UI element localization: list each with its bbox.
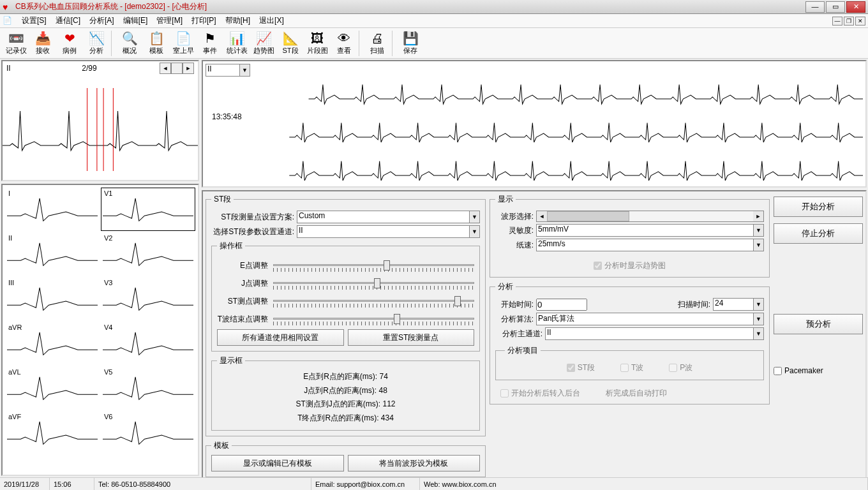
menu-settings[interactable]: 设置[S] — [18, 14, 50, 27]
viewer-lead-select[interactable]: II ▼ — [206, 64, 250, 77]
tool-事件[interactable]: ⚑事件 — [197, 29, 223, 57]
start-time-input[interactable] — [536, 299, 587, 311]
病例-icon: ❤ — [62, 31, 77, 46]
scroll-left-icon[interactable]: ◄ — [537, 211, 547, 221]
preview-blank-button[interactable] — [171, 63, 183, 74]
lead-cell-V5[interactable]: V5 — [101, 366, 195, 410]
lead-cell-aVR[interactable]: aVR — [5, 322, 100, 365]
viewer-timestamp: 13:35:48 — [212, 112, 242, 121]
menu-exit[interactable]: 退出[X] — [255, 14, 288, 27]
dropdown-icon[interactable]: ▼ — [469, 211, 479, 223]
t-end-adjust-slider[interactable] — [273, 311, 474, 327]
scheme-select[interactable]: Custom ▼ — [297, 211, 480, 223]
set-template-button[interactable]: 将当前波形设为模板 — [348, 455, 481, 471]
display-panel-legend: 显示 — [495, 194, 516, 205]
ecg-viewer-panel: II ▼ 13:35:48 — [202, 60, 867, 188]
dropdown-icon[interactable]: ▼ — [753, 328, 763, 339]
menu-help[interactable]: 帮助[H] — [221, 14, 254, 27]
tool-记录仪[interactable]: 📼记录仪 — [3, 29, 29, 57]
waveform-scrollbar[interactable]: ◄ ► — [536, 211, 764, 222]
dropdown-icon[interactable]: ▼ — [469, 226, 479, 237]
pacemaker-input[interactable] — [774, 367, 782, 375]
lead-cell-II[interactable]: II — [5, 232, 100, 276]
pre-analysis-button[interactable]: 预分析 — [774, 314, 863, 334]
dropdown-icon[interactable]: ▼ — [753, 313, 763, 325]
operation-fieldset: 操作框 E点调整 J点调整 ST测点调整 — [211, 241, 480, 352]
lead-cell-V3[interactable]: V3 — [101, 277, 195, 320]
tool-接收[interactable]: 📥接收 — [29, 29, 56, 57]
tool-病例[interactable]: ❤病例 — [56, 29, 83, 57]
preview-ecg-strip[interactable] — [3, 75, 198, 177]
j-adjust-slider[interactable] — [273, 276, 474, 291]
tool-保存[interactable]: 💾保存 — [397, 29, 424, 57]
lead-cell-III[interactable]: III — [5, 277, 100, 320]
speed-select[interactable]: 25mm/s ▼ — [536, 239, 764, 251]
tool-片段图[interactable]: 🖼片段图 — [304, 29, 331, 57]
status-tel: Tel: 86-0510-85884900 — [94, 478, 311, 490]
preview-next-button[interactable]: ► — [183, 63, 194, 74]
st-adjust-slider[interactable] — [273, 293, 474, 309]
background-checkbox: 开始分析后转入后台 — [500, 388, 580, 399]
lead-cell-aVF[interactable]: aVF — [5, 411, 100, 454]
lead-cell-V2[interactable]: V2 — [101, 232, 195, 276]
sensitivity-select[interactable]: 5mm/mV ▼ — [536, 224, 764, 237]
template-fieldset: 模板 显示或编辑已有模板 将当前波形设为模板 — [206, 440, 486, 477]
lead-name-label: II — [8, 234, 12, 242]
autoprint-label: 析完成后自动打印 — [606, 388, 667, 399]
j-adjust-label: J点调整 — [217, 278, 268, 289]
minimize-button[interactable]: — — [805, 1, 825, 13]
show-trend-input — [594, 262, 602, 270]
pacemaker-checkbox[interactable]: Pacemaker — [774, 366, 863, 375]
show-template-button[interactable]: 显示或编辑已有模板 — [211, 455, 344, 471]
reset-st-button[interactable]: 重置ST段测量点 — [348, 329, 475, 346]
algorithm-label: 分析算法: — [495, 314, 534, 325]
lead-cell-V6[interactable]: V6 — [101, 411, 195, 454]
tool-分析[interactable]: 📉分析 — [83, 29, 110, 57]
main-channel-select[interactable]: II ▼ — [545, 327, 764, 340]
lead-cell-V1[interactable]: V1 — [101, 188, 195, 231]
tool-模板[interactable]: 📋模板 — [143, 29, 170, 57]
mdi-close-button[interactable]: ✕ — [855, 17, 865, 26]
tool-ST段[interactable]: 📐ST段 — [277, 29, 304, 57]
t-end-adjust-label: T波结束点调整 — [217, 314, 268, 325]
menu-manage[interactable]: 管理[M] — [153, 14, 186, 27]
close-button[interactable]: ✕ — [846, 1, 865, 13]
tool-趋势图[interactable]: 📈趋势图 — [250, 29, 277, 57]
menu-analysis[interactable]: 分析[A] — [86, 14, 118, 27]
e-adjust-slider[interactable] — [273, 258, 474, 273]
mdi-restore-button[interactable]: ❐ — [844, 17, 854, 26]
tool-统计表[interactable]: 📊统计表 — [223, 29, 250, 57]
algorithm-select[interactable]: Pan氏算法 ▼ — [536, 313, 764, 325]
preview-prev-button[interactable]: ◄ — [160, 63, 171, 74]
all-channels-button[interactable]: 所有通道使用相同设置 — [217, 329, 344, 346]
start-analysis-button[interactable]: 开始分析 — [774, 197, 863, 217]
tool-label: 室上早 — [173, 46, 194, 56]
maximize-button[interactable]: ▭ — [826, 1, 845, 13]
tool-概况[interactable]: 🔍概况 — [116, 29, 143, 57]
tool-室上早[interactable]: 📄室上早 — [170, 29, 197, 57]
item-t-checkbox: T波 — [620, 362, 643, 373]
tool-查看[interactable]: 👁查看 — [331, 29, 357, 57]
lead-cell-aVL[interactable]: aVL — [5, 366, 100, 410]
趋势图-icon: 📈 — [256, 31, 271, 46]
menu-edit[interactable]: 编辑[E] — [119, 14, 152, 27]
dropdown-icon[interactable]: ▼ — [753, 225, 763, 236]
lead-cell-V4[interactable]: V4 — [101, 322, 195, 365]
tool-label: 片段图 — [307, 46, 328, 56]
stop-analysis-button[interactable]: 停止分析 — [774, 223, 863, 244]
tool-扫描[interactable]: 🖨扫描 — [364, 29, 391, 57]
menu-comm[interactable]: 通信[C] — [52, 14, 84, 27]
channel-select[interactable]: II ▼ — [297, 225, 480, 238]
ecg-viewer-canvas[interactable] — [206, 77, 863, 189]
lead-cell-I[interactable]: I — [5, 188, 100, 231]
app-icon: ♥ — [3, 2, 13, 12]
dropdown-icon[interactable]: ▼ — [753, 299, 763, 310]
dropdown-icon[interactable]: ▼ — [753, 239, 763, 251]
menu-print[interactable]: 打印[P] — [188, 14, 220, 27]
dropdown-icon[interactable]: ▼ — [239, 64, 250, 76]
scroll-right-icon[interactable]: ► — [753, 211, 763, 221]
mdi-minimize-button[interactable]: — — [832, 17, 842, 26]
file-icon[interactable]: 📄 — [3, 16, 14, 26]
scan-time-select[interactable]: 24 ▼ — [713, 298, 764, 311]
analysis-fieldset: 分析 开始时间: 扫描时间: 24 ▼ 分析算法: — [490, 281, 770, 405]
